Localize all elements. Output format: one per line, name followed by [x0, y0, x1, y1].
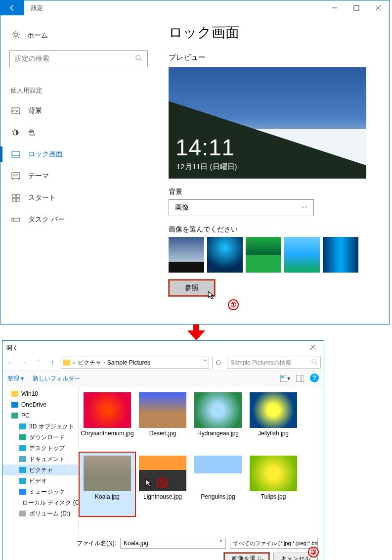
thumbnail-3[interactable]: [246, 237, 281, 273]
file-item[interactable]: Desert.jpg: [135, 389, 190, 453]
open-button[interactable]: 画像を選ぶ: [224, 553, 269, 560]
view-menu[interactable]: ▾: [280, 373, 290, 383]
file-item[interactable]: Koala.jpg: [80, 453, 135, 516]
sidebar-item-1[interactable]: 色: [9, 122, 151, 143]
tree-item[interactable]: ダウンロード: [2, 432, 78, 443]
tree-item[interactable]: ローカル ディスク (C: [2, 497, 78, 508]
red-arrow-icon: [0, 324, 392, 340]
tree-label: ピクチャ: [29, 466, 53, 474]
dialog-search-input[interactable]: Sample Picturesの検索: [227, 357, 321, 369]
filetype-value: すべてのファイル (*.jpg;*.jpeg;*.bmp: [233, 540, 318, 547]
svg-point-3: [136, 55, 140, 59]
maximize-button[interactable]: [346, 0, 367, 15]
svg-line-4: [140, 59, 142, 61]
tree-label: ドキュメント: [29, 455, 65, 464]
path-current[interactable]: Sample Pictures: [107, 359, 150, 366]
nav-recent-button[interactable]: ˅: [33, 357, 44, 368]
filename-input[interactable]: Koala.jpg ˅: [120, 538, 226, 549]
browse-button[interactable]: 参照: [169, 280, 215, 296]
file-name: Jellyfish.jpg: [257, 430, 290, 437]
nav-up-button[interactable]: ↑: [47, 357, 58, 368]
background-select[interactable]: 画像: [169, 199, 314, 216]
svg-point-19: [312, 359, 316, 363]
folder-icon: [19, 445, 26, 451]
tree-item[interactable]: ピクチャ: [2, 465, 78, 475]
sidebar-item-4[interactable]: スタート: [9, 187, 151, 209]
search-input[interactable]: 設定の検索: [9, 50, 148, 67]
folder-icon: [11, 391, 18, 397]
folder-tree[interactable]: Win10OneDrivePC3D オブジェクトダウンロードデスクトップドキュメ…: [2, 386, 79, 535]
file-item[interactable]: Penguins.jpg: [190, 453, 246, 516]
sidebar-icon: [11, 151, 20, 158]
file-list[interactable]: Chrysanthemum.jpgDesert.jpgHydrangeas.jp…: [79, 386, 324, 535]
nav-back-button[interactable]: ←: [5, 357, 16, 368]
help-button[interactable]: ?: [310, 373, 319, 382]
sidebar-item-0[interactable]: 背景: [9, 100, 151, 122]
path-parent[interactable]: ピクチャ: [78, 359, 101, 367]
thumbnail-1[interactable]: [169, 237, 204, 273]
sidebar-label: 背景: [28, 106, 42, 115]
tree-item[interactable]: デスクトップ: [2, 443, 78, 454]
tree-item[interactable]: ボリューム (D:): [2, 508, 78, 519]
tree-item[interactable]: OneDrive: [2, 399, 78, 410]
tree-item[interactable]: Win10: [2, 388, 78, 399]
sidebar-label: ロック画面: [28, 150, 63, 159]
folder-icon: [11, 413, 18, 419]
close-button[interactable]: [367, 0, 389, 15]
tree-label: ビデオ: [29, 477, 47, 485]
file-thumbnail: [194, 392, 242, 428]
tree-label: ダウンロード: [29, 433, 65, 442]
dialog-title: 開く: [6, 344, 18, 352]
folder-icon: [19, 511, 26, 516]
home-label: ホーム: [27, 31, 48, 40]
svg-point-2: [14, 33, 18, 37]
sidebar-item-5[interactable]: タスク バー: [9, 209, 151, 231]
chevron-down-icon[interactable]: ˅: [219, 540, 222, 547]
refresh-button[interactable]: [212, 357, 224, 369]
address-bar[interactable]: « ピクチャ › Sample Pictures ˅: [61, 357, 209, 369]
thumbnail-4[interactable]: [284, 237, 320, 273]
sidebar-item-3[interactable]: テーマ: [9, 165, 151, 187]
minimize-button[interactable]: [324, 0, 346, 15]
file-item[interactable]: Jellyfish.jpg: [246, 389, 301, 453]
svg-rect-17: [12, 218, 20, 221]
folder-icon: [19, 467, 26, 473]
organize-menu[interactable]: 整理 ▾: [7, 374, 24, 383]
thumbnail-5[interactable]: [323, 237, 358, 273]
tree-item[interactable]: 3D オブジェクト: [2, 421, 78, 432]
file-thumbnail: [250, 456, 297, 491]
dialog-close-button[interactable]: [306, 344, 320, 352]
thumbnail-2[interactable]: [207, 237, 243, 273]
svg-rect-10: [12, 151, 20, 157]
open-label: 画像を選ぶ: [232, 555, 261, 560]
file-thumbnail: [250, 392, 297, 428]
file-item[interactable]: Chrysanthemum.jpg: [80, 389, 135, 453]
chevron-down-icon[interactable]: ˅: [204, 359, 207, 366]
sidebar-icon: [11, 107, 20, 114]
tree-item[interactable]: ミュージック: [2, 486, 78, 497]
cursor-icon: [207, 290, 216, 299]
folder-icon: [19, 423, 26, 429]
new-folder-button[interactable]: 新しいフォルダー: [33, 374, 80, 383]
sidebar-icon: [11, 217, 20, 223]
tree-item[interactable]: PC: [2, 410, 78, 421]
callout-2: ②: [157, 477, 168, 488]
sidebar-item-2[interactable]: ロック画面: [9, 143, 151, 165]
nav-fwd-button[interactable]: →: [19, 357, 30, 368]
home-link[interactable]: ホーム: [9, 24, 151, 50]
filetype-select[interactable]: すべてのファイル (*.jpg;*.jpeg;*.bmp ˅: [230, 538, 318, 549]
svg-rect-13: [12, 194, 15, 197]
preview-pane-button[interactable]: [295, 373, 305, 383]
back-button[interactable]: [0, 0, 24, 15]
tree-item[interactable]: ビデオ: [2, 475, 78, 486]
tree-label: ローカル ディスク (C: [22, 499, 79, 507]
file-item[interactable]: Hydrangeas.jpg: [190, 389, 246, 453]
svg-point-7: [14, 129, 15, 130]
file-name: Chrysanthemum.jpg: [80, 430, 134, 437]
tree-item[interactable]: ドキュメント: [2, 454, 78, 465]
folder-icon: [19, 456, 26, 462]
folder-icon: [11, 402, 18, 408]
tree-label: 3D オブジェクト: [29, 422, 74, 431]
file-item[interactable]: Tulips.jpg: [246, 453, 301, 516]
search-placeholder: 設定の検索: [15, 54, 49, 63]
